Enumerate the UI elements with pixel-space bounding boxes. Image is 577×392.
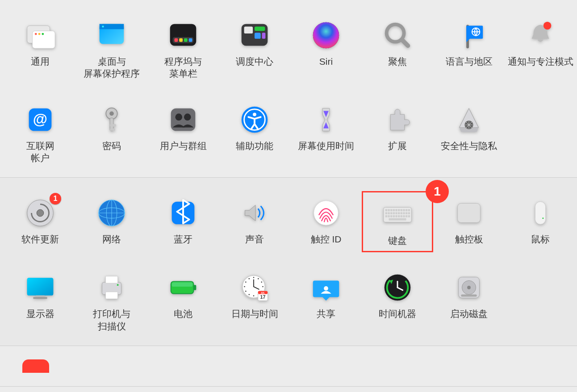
pref-label: 电池 bbox=[174, 308, 192, 320]
svg-rect-31 bbox=[110, 124, 116, 126]
bluetooth-icon bbox=[166, 196, 201, 230]
pref-label: 调度中心 bbox=[236, 55, 273, 67]
pref-security[interactable]: 安全性与隐私 bbox=[433, 98, 505, 169]
pref-label: Siri bbox=[319, 55, 333, 67]
pref-printers[interactable]: 打印机与 扫描仪 bbox=[76, 266, 147, 337]
pref-label: 扩展 bbox=[388, 140, 407, 152]
pref-network[interactable]: 网络 bbox=[76, 191, 147, 252]
pref-users[interactable]: 用户与群组 bbox=[147, 98, 219, 169]
pref-timemachine[interactable]: 时间机器 bbox=[362, 266, 433, 337]
datetime-icon: 17JUL bbox=[237, 270, 272, 305]
svg-rect-94 bbox=[36, 296, 45, 297]
svg-rect-73 bbox=[398, 212, 400, 214]
svg-rect-64 bbox=[401, 209, 402, 211]
security-icon bbox=[452, 102, 486, 137]
pref-sharing[interactable]: 共享 bbox=[290, 266, 362, 337]
pref-extensions[interactable]: 扩展 bbox=[362, 98, 433, 169]
pref-notifications[interactable]: 通知与专注模式 bbox=[505, 13, 576, 84]
svg-rect-60 bbox=[390, 209, 392, 211]
svg-rect-12 bbox=[184, 38, 188, 42]
preferences-grid: 1软件更新网络蓝牙声音触控 ID1键盘触控板鼠标显示器打印机与 扫描仪电池17J… bbox=[4, 191, 573, 337]
pref-label: 声音 bbox=[245, 233, 264, 245]
svg-text:@: @ bbox=[33, 110, 47, 127]
svg-rect-71 bbox=[393, 212, 395, 214]
pref-dock[interactable]: 程序坞与 菜单栏 bbox=[147, 13, 219, 84]
pref-label: 网络 bbox=[102, 233, 121, 245]
spotlight-icon bbox=[380, 18, 415, 53]
notifications-icon bbox=[523, 18, 558, 53]
pref-internet[interactable]: @互联网 帐户 bbox=[4, 98, 76, 169]
svg-point-7 bbox=[102, 25, 104, 27]
svg-point-116 bbox=[245, 282, 247, 283]
update-badge: 1 bbox=[50, 193, 61, 204]
pref-sound[interactable]: 声音 bbox=[219, 191, 290, 252]
svg-rect-97 bbox=[105, 276, 117, 284]
pref-mouse[interactable]: 鼠标 bbox=[505, 191, 576, 252]
pref-startup[interactable]: 启动磁盘 bbox=[433, 266, 505, 337]
pref-screentime[interactable]: 屏幕使用时间 bbox=[290, 98, 362, 169]
svg-rect-13 bbox=[189, 38, 192, 42]
pref-label: 桌面与 屏幕保护程序 bbox=[84, 55, 140, 80]
passwords-icon bbox=[94, 102, 129, 137]
svg-point-34 bbox=[175, 113, 182, 121]
svg-point-20 bbox=[313, 22, 339, 49]
svg-rect-15 bbox=[244, 27, 253, 34]
svg-rect-82 bbox=[395, 215, 397, 217]
svg-rect-70 bbox=[390, 212, 392, 214]
svg-rect-17 bbox=[255, 33, 261, 39]
desktop-icon bbox=[94, 18, 129, 53]
pref-label: 触控板 bbox=[455, 233, 483, 245]
pref-label: 触控 ID bbox=[311, 233, 342, 245]
preferences-section: 1软件更新网络蓝牙声音触控 ID1键盘触控板鼠标显示器打印机与 扫描仪电池17J… bbox=[0, 178, 577, 346]
pref-touchid[interactable]: 触控 ID bbox=[290, 191, 362, 252]
pref-label: 通用 bbox=[31, 55, 50, 67]
svg-rect-80 bbox=[390, 215, 392, 217]
svg-point-117 bbox=[249, 279, 250, 280]
sound-icon bbox=[237, 196, 272, 230]
pref-keyboard[interactable]: 1键盘 bbox=[362, 191, 433, 252]
printers-icon bbox=[94, 270, 129, 305]
pref-language[interactable]: 语言与地区 bbox=[433, 13, 505, 84]
preferences-section-partial bbox=[0, 346, 577, 387]
svg-rect-63 bbox=[398, 209, 400, 211]
svg-rect-11 bbox=[179, 38, 183, 42]
pref-label: 共享 bbox=[317, 308, 335, 320]
pref-displays[interactable]: 显示器 bbox=[4, 266, 76, 337]
svg-rect-10 bbox=[175, 38, 178, 42]
pref-label: 屏幕使用时间 bbox=[298, 140, 354, 152]
svg-point-4 bbox=[42, 33, 44, 35]
touchid-icon bbox=[309, 196, 343, 230]
internet-icon: @ bbox=[23, 102, 58, 137]
svg-point-106 bbox=[253, 277, 255, 279]
pref-update[interactable]: 1软件更新 bbox=[4, 191, 76, 252]
pref-spotlight[interactable]: 聚焦 bbox=[362, 13, 433, 84]
svg-point-56 bbox=[314, 201, 339, 225]
pref-battery[interactable]: 电池 bbox=[147, 266, 219, 337]
pref-bluetooth[interactable]: 蓝牙 bbox=[147, 191, 219, 252]
pref-label: 用户与群组 bbox=[160, 140, 207, 152]
svg-rect-93 bbox=[27, 278, 54, 296]
update-icon: 1 bbox=[23, 196, 58, 230]
language-icon bbox=[452, 18, 486, 53]
dock-icon bbox=[166, 18, 201, 53]
startup-icon bbox=[452, 270, 486, 305]
pref-label: 键盘 bbox=[388, 234, 407, 246]
pref-general[interactable]: 通用 bbox=[4, 13, 76, 84]
svg-rect-85 bbox=[403, 215, 405, 217]
pref-datetime[interactable]: 17JUL日期与时间 bbox=[219, 266, 290, 337]
pref-accessibility[interactable]: 辅助功能 bbox=[219, 98, 290, 169]
svg-rect-67 bbox=[408, 209, 410, 211]
svg-rect-98 bbox=[105, 292, 117, 299]
pref-desktop[interactable]: 桌面与 屏幕保护程序 bbox=[76, 13, 147, 84]
sharing-icon bbox=[309, 270, 343, 305]
pref-label: 启动磁盘 bbox=[450, 308, 488, 320]
svg-point-112 bbox=[253, 296, 255, 297]
pref-mission[interactable]: 调度中心 bbox=[219, 13, 290, 84]
svg-rect-66 bbox=[406, 209, 407, 211]
mouse-icon bbox=[523, 196, 558, 230]
svg-rect-68 bbox=[385, 212, 387, 214]
svg-rect-59 bbox=[388, 209, 389, 211]
pref-passwords[interactable]: 密码 bbox=[76, 98, 147, 169]
pref-siri[interactable]: Siri bbox=[290, 13, 362, 84]
svg-rect-95 bbox=[33, 297, 47, 299]
